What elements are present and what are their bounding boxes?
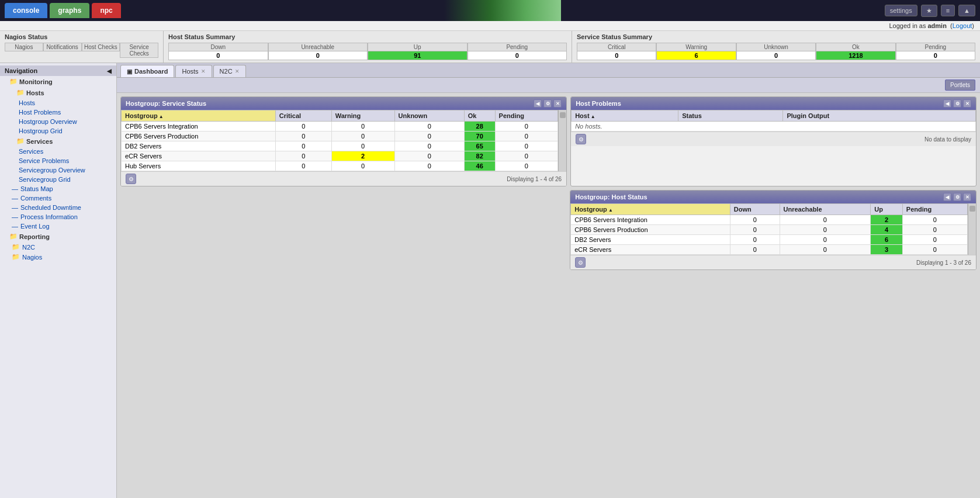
hostgroup-cell[interactable]: eCR Servers <box>571 245 730 255</box>
tab-console[interactable]: console <box>5 3 47 18</box>
services-group-header[interactable]: 📁 Services <box>0 136 116 147</box>
host-problems-gear[interactable]: ⚙ <box>576 134 586 144</box>
hostgroup-cell[interactable]: DB2 Servers <box>571 235 730 245</box>
sidebar-item-scheduled-downtime[interactable]: —Scheduled Downtime <box>0 203 116 212</box>
sidebar-item-hostgroup-overview[interactable]: Hostgroup Overview <box>0 117 116 126</box>
sidebar-item-hosts[interactable]: Hosts <box>0 98 116 108</box>
sidebar-item-hostgroup-grid[interactable]: Hostgroup Grid <box>0 126 116 136</box>
host-status-settings[interactable]: ⚙ <box>953 193 961 201</box>
tab-dashboard[interactable]: ▣ Dashboard <box>120 65 174 77</box>
sidebar-item-service-problems[interactable]: Service Problems <box>0 156 116 165</box>
unknown-cell: 0 <box>394 151 464 161</box>
sidebar-item-servicegroup-grid[interactable]: Servicegroup Grid <box>0 175 116 184</box>
n2c-tab-close[interactable]: ✕ <box>235 68 240 74</box>
nagios-tab-hostchecks[interactable]: Host Checks <box>82 43 120 58</box>
down-cell: 0 <box>730 215 780 225</box>
hostgroup-cell[interactable]: CPB6 Servers Integration <box>571 215 730 225</box>
th-unreachable[interactable]: Unreachable <box>780 204 871 215</box>
nagios-tab-servicechecks[interactable]: Service Checks <box>120 43 158 58</box>
host-problems-settings[interactable]: ⚙ <box>953 99 961 108</box>
menu-button[interactable]: ≡ <box>941 5 955 16</box>
hostgroup-cell[interactable]: CPB6 Servers Integration <box>122 122 276 132</box>
hostgroup-cell[interactable]: DB2 Servers <box>122 141 276 151</box>
hostgroup-cell[interactable]: Hub Servers <box>122 161 276 171</box>
host-status-scrollbar[interactable] <box>968 203 976 255</box>
host-status-gear[interactable]: ⚙ <box>575 257 586 268</box>
host-unreachable-col[interactable]: Unreachable 0 <box>268 43 368 60</box>
logout-link[interactable]: Logout <box>953 22 972 29</box>
hostgroup-cell[interactable]: CPB6 Servers Production <box>571 225 730 235</box>
tab-hosts[interactable]: Hosts ✕ <box>175 65 212 77</box>
sidebar-item-host-problems[interactable]: Host Problems <box>0 108 116 117</box>
portlet-close-icon[interactable]: ✕ <box>553 99 562 108</box>
th-pending[interactable]: Pending <box>495 110 558 122</box>
host-problems-close[interactable]: ✕ <box>963 99 971 108</box>
settings-button[interactable]: settings <box>885 5 917 16</box>
tab-npc[interactable]: npc <box>92 3 120 18</box>
sidebar-item-servicegroup-overview[interactable]: Servicegroup Overview <box>0 165 116 175</box>
host-down-col[interactable]: Down 0 <box>168 43 268 60</box>
service-ok-col[interactable]: Ok 1218 <box>816 43 895 60</box>
no-hosts-message: No hosts. <box>572 122 976 132</box>
th-warning[interactable]: Warning <box>331 110 394 122</box>
nagios-tab-nagios[interactable]: Nagios <box>5 43 43 58</box>
th-unknown[interactable]: Unknown <box>394 110 464 122</box>
ok-cell: 70 <box>464 132 495 141</box>
th-critical[interactable]: Critical <box>275 110 331 122</box>
sidebar-item-n2c[interactable]: 📁N2C <box>0 242 116 252</box>
hosts-tab-close[interactable]: ✕ <box>201 68 206 74</box>
service-status-summary: Service Status Summary Critical 0 Warnin… <box>572 31 980 63</box>
sidebar-item-nagios[interactable]: 📁Nagios <box>0 252 116 262</box>
portlet-settings-icon[interactable]: ⚙ <box>543 99 552 108</box>
host-pending-col[interactable]: Pending 0 <box>468 43 567 60</box>
alert-button[interactable]: ▲ <box>958 5 975 16</box>
th-plugin-output[interactable]: Plugin Output <box>783 110 976 122</box>
th-pending2[interactable]: Pending <box>902 204 967 215</box>
th-up[interactable]: Up <box>871 204 903 215</box>
tab-graphs[interactable]: graphs <box>50 3 89 18</box>
sidebar-item-comments[interactable]: —Comments <box>0 193 116 203</box>
content-area: ▣ Dashboard Hosts ✕ N2C ✕ Portlets <box>117 63 980 498</box>
hostgroup-cell[interactable]: CPB6 Servers Production <box>122 132 276 141</box>
table-row: CPB6 Servers Production 0 0 4 0 <box>571 225 968 235</box>
tab-n2c[interactable]: N2C ✕ <box>213 65 246 77</box>
pending-cell: 0 <box>495 161 558 171</box>
th-host[interactable]: Host <box>572 110 678 122</box>
sidebar-item-services[interactable]: Services <box>0 147 116 156</box>
host-status-pagination: Displaying 1 - 3 of 26 <box>916 260 971 266</box>
service-warning-col[interactable]: Warning 6 <box>656 43 736 60</box>
sidebar-item-event-log[interactable]: —Event Log <box>0 222 116 231</box>
service-status-scrollbar[interactable] <box>558 110 566 171</box>
navigation-header: Navigation ◀ <box>0 65 116 76</box>
nagios-tab-notifications[interactable]: Notifications <box>43 43 82 58</box>
monitoring-header[interactable]: 📁 Monitoring <box>0 76 116 87</box>
host-status-close[interactable]: ✕ <box>963 193 971 201</box>
portlet-row-top: Hostgroup: Service Status ◀ ⚙ ✕ Hostgrou… <box>120 96 976 186</box>
th-ok[interactable]: Ok <box>464 110 495 122</box>
star-button[interactable]: ★ <box>921 5 937 17</box>
sidebar-item-process-information[interactable]: —Process Information <box>0 212 116 222</box>
th-hostgroup[interactable]: Hostgroup <box>122 110 276 122</box>
reporting-header[interactable]: 📁 Reporting <box>0 231 116 242</box>
service-status-gear[interactable]: ⚙ <box>126 174 136 184</box>
service-unknown-col[interactable]: Unknown 0 <box>736 43 816 60</box>
navigation-collapse-icon[interactable]: ◀ <box>107 68 112 74</box>
hosts-group-header[interactable]: 📁 Hosts <box>0 87 116 98</box>
th-status[interactable]: Status <box>678 110 783 122</box>
portlets-button[interactable]: Portlets <box>945 79 975 91</box>
th-down[interactable]: Down <box>730 204 780 215</box>
nagios-status-title: Nagios Status <box>5 33 158 40</box>
host-status-footer: ⚙ Displaying 1 - 3 of 26 <box>570 255 976 269</box>
portlet-minimize-icon[interactable]: ◀ <box>534 99 542 108</box>
host-status-table: Hostgroup Down Unreachable Up Pending CP… <box>570 203 968 255</box>
service-pending-col[interactable]: Pending 0 <box>896 43 975 60</box>
hostgroup-cell[interactable]: eCR Servers <box>122 151 276 161</box>
host-up-col[interactable]: Up 91 <box>368 43 468 60</box>
host-status-minimize[interactable]: ◀ <box>943 193 951 201</box>
sidebar-item-status-map[interactable]: —Status Map <box>0 184 116 193</box>
th-hostgroup2[interactable]: Hostgroup <box>571 204 730 215</box>
service-critical-col[interactable]: Critical 0 <box>577 43 656 60</box>
host-status-title: Host Status Summary <box>168 33 567 40</box>
host-problems-minimize[interactable]: ◀ <box>943 99 951 108</box>
pending-cell: 0 <box>495 151 558 161</box>
